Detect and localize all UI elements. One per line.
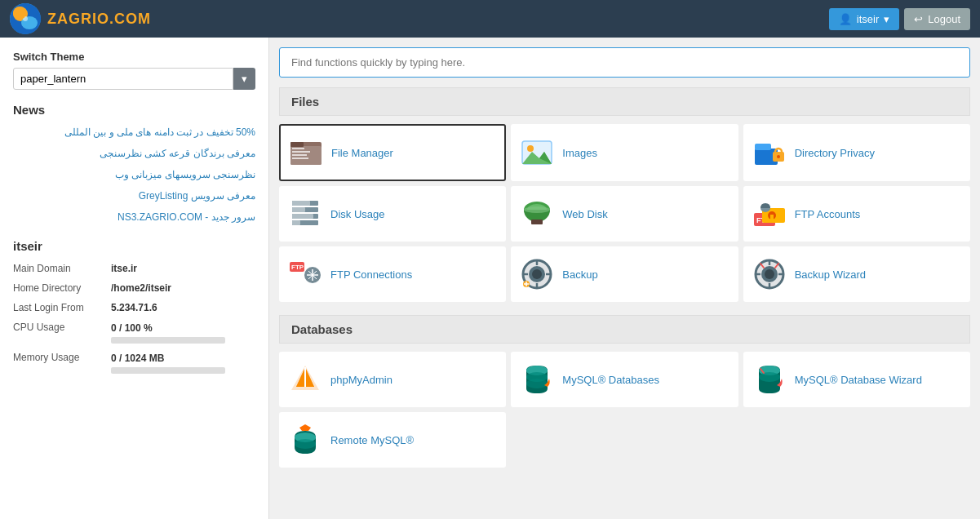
images-icon xyxy=(520,135,554,170)
user-heading: itseir xyxy=(13,239,255,253)
images-label: Images xyxy=(562,147,597,159)
svg-point-74 xyxy=(759,372,780,382)
topnav: ZAGRIO.COM 👤 itseir ▾ ↩ Logout xyxy=(0,0,980,38)
topnav-right: 👤 itseir ▾ ↩ Logout xyxy=(829,8,970,30)
user-info-last-login: Last Login From 5.234.71.6 xyxy=(13,302,255,313)
svg-rect-10 xyxy=(290,142,304,147)
svg-point-31 xyxy=(524,206,550,213)
directory-privacy-icon xyxy=(752,135,787,170)
theme-dropdown-button[interactable]: ▾ xyxy=(233,68,255,90)
svg-rect-32 xyxy=(531,220,543,224)
memory-progress-bar xyxy=(111,367,225,374)
ftp-accounts-icon: FTP xyxy=(752,197,787,231)
databases-section-header: Databases xyxy=(279,315,970,344)
news-item-3[interactable]: نظرسنجی سرویسهای میزبانی وب xyxy=(13,167,255,182)
backup-wizard-item[interactable]: Backup Wizard xyxy=(743,246,970,302)
disk-usage-label: Disk Usage xyxy=(330,208,384,220)
backup-item[interactable]: Backup xyxy=(511,246,738,302)
news-item-2[interactable]: معرفی برندگان قرعه کشی نظرسنجی xyxy=(13,146,255,161)
user-icon: 👤 xyxy=(839,13,852,25)
ftp-connections-label: FTP Connections xyxy=(330,268,412,281)
svg-rect-22 xyxy=(292,201,310,206)
news-section: News 50% تخفیف در ثبت دامنه های ملی و بی… xyxy=(13,103,255,224)
remote-mysql-icon xyxy=(288,423,322,457)
svg-point-13 xyxy=(527,145,534,152)
caret-icon: ▾ xyxy=(884,13,889,25)
web-disk-label: Web Disk xyxy=(562,208,607,220)
news-heading: News xyxy=(13,103,255,117)
file-manager-item[interactable]: File Manager xyxy=(279,124,506,181)
svg-point-20 xyxy=(777,155,780,158)
ftp-connections-icon: FTP xyxy=(288,257,322,291)
directory-privacy-item[interactable]: Directory Privacy xyxy=(743,124,970,181)
switch-theme-label: Switch Theme xyxy=(13,51,255,63)
svg-rect-28 xyxy=(292,220,300,225)
ftp-connections-item[interactable]: FTP FTP Connections xyxy=(279,246,506,302)
cpu-progress-wrap xyxy=(111,337,225,344)
theme-select-wrap: paper_lantern ▾ xyxy=(13,68,255,90)
logo: ZAGRIO.COM xyxy=(10,3,151,34)
svg-point-72 xyxy=(526,379,548,388)
svg-rect-7 xyxy=(292,151,310,153)
file-manager-icon xyxy=(289,135,323,170)
web-disk-icon xyxy=(520,197,554,231)
web-disk-item[interactable]: Web Disk xyxy=(511,186,738,242)
mysql-databases-icon xyxy=(520,362,554,397)
remote-mysql-label: Remote MySQL® xyxy=(330,434,414,446)
search-input[interactable] xyxy=(279,47,970,78)
logo-icon xyxy=(10,3,41,34)
user-section: itseir Main Domain itse.ir Home Director… xyxy=(13,239,255,374)
user-info-cpu: CPU Usage 0 / 100 % xyxy=(13,322,255,344)
svg-text:FTP: FTP xyxy=(291,264,304,271)
news-item-1[interactable]: 50% تخفیف در ثبت دامنه های ملی و بین الم… xyxy=(13,125,255,140)
layout: Switch Theme paper_lantern ▾ News 50% تخ… xyxy=(0,38,980,519)
svg-rect-17 xyxy=(755,144,771,150)
mysql-wizard-label: MySQL® Database Wizard xyxy=(795,374,922,386)
news-item-5[interactable]: سرور جدید - NS3.ZAGRIO.COM xyxy=(13,210,255,224)
mysql-wizard-item[interactable]: MySQL® Database Wizard xyxy=(743,352,970,407)
user-info-memory: Memory Usage 0 / 1024 MB xyxy=(13,352,255,374)
svg-rect-24 xyxy=(292,207,305,212)
news-item-4[interactable]: معرفی سرویس GreyListing xyxy=(13,189,255,203)
svg-rect-6 xyxy=(292,148,304,149)
svg-point-77 xyxy=(295,439,316,449)
remote-mysql-item[interactable]: Remote MySQL® xyxy=(279,412,506,468)
mysql-databases-item[interactable]: MySQL® Databases xyxy=(511,352,738,407)
user-info-home-directory: Home Directory /home2/itseir xyxy=(13,282,255,294)
user-info-main-domain: Main Domain itse.ir xyxy=(13,263,255,274)
images-item[interactable]: Images xyxy=(511,124,738,181)
svg-point-50 xyxy=(532,269,542,279)
main-content: Files File Manager xyxy=(269,38,980,519)
backup-label: Backup xyxy=(562,268,597,281)
mysql-databases-label: MySQL® Databases xyxy=(562,374,659,386)
disk-usage-item[interactable]: Disk Usage xyxy=(279,186,506,242)
sidebar: Switch Theme paper_lantern ▾ News 50% تخ… xyxy=(0,38,269,519)
svg-rect-8 xyxy=(292,154,307,156)
ftp-accounts-item[interactable]: FTP FTP Accounts xyxy=(743,186,970,242)
files-grid: File Manager Images xyxy=(279,124,970,302)
svg-rect-37 xyxy=(770,215,774,220)
svg-rect-9 xyxy=(292,157,308,159)
svg-rect-26 xyxy=(292,214,313,219)
theme-input[interactable]: paper_lantern xyxy=(13,68,233,90)
phpmyadmin-item[interactable]: phpMyAdmin xyxy=(279,352,506,407)
backup-wizard-icon xyxy=(752,257,787,291)
backup-wizard-label: Backup Wizard xyxy=(795,268,866,281)
ftp-accounts-label: FTP Accounts xyxy=(795,208,861,220)
logout-icon: ↩ xyxy=(914,13,923,25)
svg-point-3 xyxy=(23,16,28,21)
disk-usage-icon xyxy=(288,197,322,231)
logout-button[interactable]: ↩ Logout xyxy=(904,8,970,30)
user-button[interactable]: 👤 itseir ▾ xyxy=(829,8,899,30)
memory-progress-wrap xyxy=(111,367,225,374)
cpu-progress-bar xyxy=(111,337,225,344)
backup-icon xyxy=(520,257,554,291)
files-section-header: Files xyxy=(279,87,970,116)
databases-grid: phpMyAdmin MySQL® Databases xyxy=(279,352,970,468)
logo-text: ZAGRIO.COM xyxy=(47,11,151,28)
mysql-wizard-icon xyxy=(752,362,787,397)
file-manager-label: File Manager xyxy=(331,147,393,159)
phpmyadmin-label: phpMyAdmin xyxy=(330,374,392,386)
directory-privacy-label: Directory Privacy xyxy=(795,147,875,159)
phpmyadmin-icon xyxy=(288,362,322,397)
